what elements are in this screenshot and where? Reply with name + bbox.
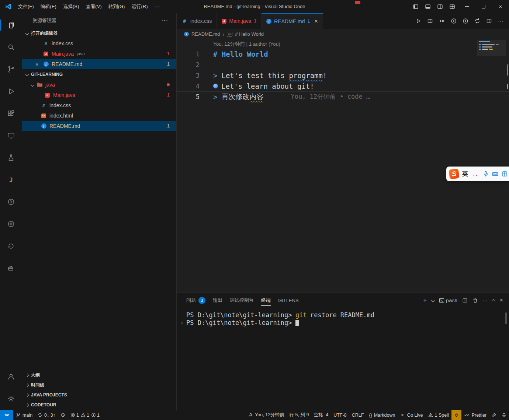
tab-problems[interactable]: 问题3 [183, 293, 209, 308]
ime-punctuation-icon[interactable]: ，。 [471, 171, 479, 177]
close-panel-icon[interactable]: × [500, 297, 503, 304]
open-changes-icon[interactable] [436, 16, 447, 27]
open-editor-item-mainjava[interactable]: J Main.java java 1 [22, 49, 176, 59]
minimize-button[interactable] [458, 0, 475, 13]
tab-debug-console[interactable]: 调试控制台 [226, 293, 257, 308]
next-change-icon[interactable] [460, 16, 471, 27]
code-line-2[interactable]: 2 [177, 59, 509, 70]
menu-view[interactable]: 查看(V) [82, 2, 105, 11]
section-timeline[interactable]: 时间线 [22, 380, 176, 390]
toggle-secondary-sidebar-icon[interactable] [434, 0, 446, 13]
menu-goto[interactable]: 转到(G) [105, 2, 128, 11]
code-line-5[interactable]: 5 >再次修改内容You, 12分钟前 • code … [177, 91, 509, 102]
explorer-more-actions-icon[interactable]: ··· [161, 19, 168, 22]
codetour-icon[interactable] [0, 213, 22, 235]
terminal-content[interactable]: PS D:\git\note\git-learning>gitrestore R… [177, 308, 509, 410]
ime-mode-indicator[interactable]: 英 [462, 170, 468, 178]
gitlens-status[interactable] [58, 410, 68, 420]
section-codetour[interactable]: CODETOUR [22, 400, 176, 410]
toggle-panel-icon[interactable] [422, 0, 434, 13]
minimap[interactable] [479, 41, 504, 51]
breadcrumb-symbol[interactable]: # Hello World [235, 31, 264, 37]
menu-edit[interactable]: 编辑(E) [37, 2, 60, 11]
menu-selection[interactable]: 选择(S) [60, 2, 82, 11]
problems-status[interactable]: 1 1 1 [68, 410, 102, 420]
notifications-bell[interactable] [499, 410, 509, 420]
close-icon[interactable]: × [314, 18, 318, 25]
eol-status[interactable]: CRLF [349, 410, 367, 420]
indentation-status[interactable]: 空格: 4 [311, 410, 331, 420]
menu-file[interactable]: 文件(F) [15, 2, 37, 11]
previous-change-icon[interactable] [448, 16, 459, 27]
keyboard-icon[interactable] [492, 171, 498, 177]
close-icon[interactable]: × [35, 61, 43, 67]
container-tools-icon[interactable] [0, 257, 22, 279]
terminal-profile[interactable]: pwsh [439, 298, 457, 303]
encoding-status[interactable]: UTF-8 [331, 410, 349, 420]
code-line-1[interactable]: 1 # Hello World [177, 49, 509, 59]
toggle-sidebar-icon[interactable] [409, 0, 422, 13]
explorer-icon[interactable] [0, 14, 22, 36]
codelens-blame[interactable]: You, 12分钟前 | 1 author (You) [177, 40, 509, 49]
new-terminal-icon[interactable]: + [423, 297, 427, 304]
section-outline[interactable]: 大纲 [22, 370, 176, 380]
breadcrumb-file[interactable]: README.md [191, 31, 220, 37]
branch-status[interactable]: main [13, 410, 35, 420]
tree-item-readme[interactable]: i README.md 1 [22, 121, 176, 131]
tab-mainjava[interactable]: J Main.java 1 [217, 13, 262, 29]
remote-indicator[interactable]: >< [0, 410, 13, 420]
extensions-icon[interactable] [0, 102, 22, 125]
customize-layout-icon[interactable] [446, 0, 458, 13]
kill-terminal-icon[interactable] [472, 298, 478, 303]
tab-terminal[interactable]: 终端 [257, 293, 274, 308]
highlighted-extension-status[interactable] [451, 410, 461, 420]
section-java-projects[interactable]: JAVA PROJECTS [22, 390, 176, 400]
tree-item-indexhtml[interactable]: <> index.html [22, 111, 176, 121]
sync-status[interactable]: 0↓ 3↑ [35, 410, 58, 420]
java-projects-icon[interactable]: J [0, 169, 22, 191]
open-editor-item-readme[interactable]: × i README.md 1 [22, 59, 176, 69]
gitlens-icon[interactable] [0, 191, 22, 213]
editor-content[interactable]: You, 12分钟前 | 1 author (You) 1 # Hello Wo… [177, 39, 509, 292]
split-terminal-icon[interactable] [462, 298, 468, 303]
minimap-slider[interactable] [477, 40, 506, 56]
spell-checker-status[interactable]: 1 Spell [426, 410, 451, 420]
sogou-logo-icon[interactable]: S [449, 169, 460, 179]
code-line-3[interactable]: 3 >Let's test this programm! [177, 70, 509, 81]
run-debug-icon[interactable] [0, 80, 22, 102]
sync-icon[interactable] [472, 16, 482, 27]
maximize-panel-icon[interactable] [491, 299, 495, 302]
close-window-button[interactable]: × [492, 0, 509, 13]
command-decoration-icon[interactable] [181, 322, 183, 324]
menu-more-icon[interactable]: ··· [151, 2, 162, 11]
open-editors-header[interactable]: 打开的编辑器 [22, 28, 176, 38]
microphone-icon[interactable] [483, 171, 489, 177]
maximize-button[interactable] [475, 0, 492, 13]
language-mode[interactable]: {}Markdown [366, 410, 398, 420]
open-preview-icon[interactable] [425, 16, 435, 27]
blame-status[interactable]: You, 12分钟前 [246, 410, 287, 420]
tab-output[interactable]: 输出 [209, 293, 226, 308]
account-icon[interactable] [0, 365, 22, 388]
remote-explorer-icon[interactable] [0, 125, 22, 147]
terminal-profile-dropdown-icon[interactable] [431, 298, 435, 302]
open-editor-item-indexcss[interactable]: # index.css [22, 38, 176, 49]
tab-indexcss[interactable]: # index.css [177, 13, 217, 29]
line-annotation-icon[interactable] [213, 84, 218, 88]
tab-gitlens[interactable]: GITLENS [274, 293, 302, 308]
terminal-scrollbar[interactable] [505, 312, 507, 324]
tree-item-indexcss[interactable]: # index.css [22, 100, 176, 111]
tools-status[interactable] [489, 410, 499, 420]
search-icon[interactable] [0, 36, 22, 58]
go-live-status[interactable]: Go Live [398, 410, 425, 420]
tree-item-folder-java[interactable]: java [22, 80, 176, 90]
cursor-position[interactable]: 行 5, 列 9 [287, 410, 312, 420]
code-line-4[interactable]: 4 Let's learn about git! [177, 81, 509, 91]
toolbox-icon[interactable] [502, 171, 508, 177]
prettier-status[interactable]: ✓✓ Prettier [461, 410, 489, 420]
tab-readme[interactable]: i README.md 1 × [262, 13, 323, 29]
settings-gear-icon[interactable] [0, 388, 22, 410]
split-editor-icon[interactable] [484, 16, 494, 27]
project-section-header[interactable]: GIT-LEARNING [22, 69, 176, 80]
run-button[interactable] [413, 16, 423, 27]
